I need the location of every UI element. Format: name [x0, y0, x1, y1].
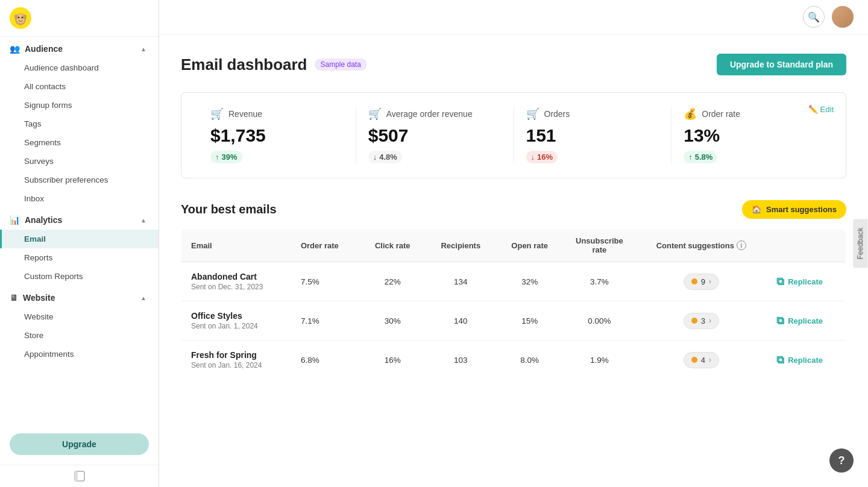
- click-rate-cell-0: 22%: [360, 262, 426, 301]
- orders-change: ↓ 16%: [526, 151, 558, 163]
- sidebar-item-reports[interactable]: Reports: [0, 248, 159, 267]
- sidebar-item-audience-dashboard[interactable]: Audience dashboard: [0, 58, 159, 77]
- replicate-icon-2: ⧉: [776, 354, 784, 366]
- sidebar-section-analytics[interactable]: 📊 Analytics ▲: [0, 208, 159, 230]
- click-rate-cell-2: 16%: [360, 341, 426, 380]
- orders-icon: 🛒: [526, 107, 539, 121]
- open-rate-cell-0: 32%: [496, 262, 563, 301]
- suggestions-cell-0: 9 ›: [635, 262, 767, 301]
- sidebar-item-website[interactable]: Website: [0, 307, 159, 326]
- sidebar-collapse[interactable]: [0, 465, 159, 487]
- email-date-fresh-spring: Sent on Jan. 16, 2024: [191, 361, 281, 369]
- sample-data-badge: Sample data: [315, 58, 367, 71]
- sidebar-item-tags[interactable]: Tags: [0, 115, 159, 133]
- audience-section-icon: 👥: [10, 44, 20, 54]
- content-suggestions-info-icon[interactable]: i: [737, 240, 746, 250]
- orders-label: Orders: [544, 109, 570, 119]
- sidebar-item-all-contacts[interactable]: All contacts: [0, 77, 159, 96]
- analytics-chevron-icon: ▲: [140, 217, 146, 224]
- avg-order-change-value: 4.8%: [379, 152, 397, 162]
- replicate-label-0: Replicate: [788, 277, 823, 286]
- edit-label: Edit: [820, 105, 834, 114]
- website-section-label: Website: [23, 293, 55, 303]
- feedback-tab[interactable]: Feedback: [854, 219, 868, 268]
- suggestion-count-2: 4: [701, 356, 705, 365]
- suggestions-cell-1: 3 ›: [635, 301, 767, 341]
- email-table: Email Order rate Click rate Recipients O…: [181, 228, 846, 380]
- avg-order-change-arrow: ↓: [373, 152, 377, 162]
- order-rate-icon: 💰: [684, 107, 697, 121]
- recipients-cell-2: 103: [426, 341, 496, 380]
- audience-items: Audience dashboard All contacts Signup f…: [0, 58, 159, 208]
- suggestion-arrow-0: ›: [709, 277, 711, 286]
- replicate-icon-0: ⧉: [776, 275, 784, 288]
- table-header-row: Email Order rate Click rate Recipients O…: [181, 229, 846, 262]
- suggestion-pill-0[interactable]: 9 ›: [684, 274, 719, 290]
- col-recipients: Recipients: [426, 229, 496, 262]
- sidebar-bottom: Upgrade: [0, 424, 159, 465]
- order-rate-change: ↑ 5.8%: [684, 151, 717, 163]
- suggestion-pill-2[interactable]: 4 ›: [684, 352, 719, 368]
- topbar: 🔍: [159, 0, 868, 34]
- orders-change-value: 16%: [537, 152, 553, 162]
- table-row: Abandoned Cart Sent on Dec. 31, 2023 7.5…: [181, 262, 846, 301]
- suggestion-dot-2: [691, 357, 697, 363]
- sidebar-section-audience[interactable]: 👥 Audience ▲: [0, 37, 159, 58]
- order-rate-cell-1: 7.1%: [291, 301, 360, 341]
- sidebar-item-inbox[interactable]: Inbox: [0, 189, 159, 208]
- order-rate-cell-2: 6.8%: [291, 341, 360, 380]
- suggestion-count-1: 3: [701, 316, 705, 325]
- recipients-cell-0: 134: [426, 262, 496, 301]
- replicate-button-1[interactable]: ⧉ Replicate: [776, 315, 823, 327]
- audience-chevron-icon: ▲: [140, 46, 146, 52]
- order-rate-cell-0: 7.5%: [291, 262, 360, 301]
- suggestion-dot-0: [691, 278, 697, 284]
- revenue-change-arrow: ↑: [215, 152, 219, 162]
- help-button[interactable]: ?: [829, 448, 854, 473]
- sidebar-item-signup-forms[interactable]: Signup forms: [0, 96, 159, 115]
- page-header: Email dashboard Sample data Upgrade to S…: [181, 54, 846, 75]
- open-rate-cell-1: 15%: [496, 301, 563, 341]
- order-rate-label: Order rate: [702, 109, 740, 119]
- edit-link[interactable]: ✏️ Edit: [808, 105, 834, 114]
- replicate-icon-1: ⧉: [776, 315, 784, 327]
- suggestions-cell-2: 4 ›: [635, 341, 767, 380]
- sidebar-item-email[interactable]: Email: [0, 230, 159, 248]
- sidebar-item-store[interactable]: Store: [0, 326, 159, 345]
- revenue-icon: 🛒: [210, 107, 224, 121]
- upgrade-button[interactable]: Upgrade: [10, 433, 149, 455]
- search-icon: 🔍: [808, 11, 820, 23]
- analytics-section-icon: 📊: [10, 215, 20, 225]
- svg-point-6: [23, 14, 27, 19]
- sidebar-item-appointments[interactable]: Appointments: [0, 345, 159, 363]
- table-row: Fresh for Spring Sent on Jan. 16, 2024 6…: [181, 341, 846, 380]
- mailchimp-logo[interactable]: [10, 7, 31, 29]
- sidebar-item-segments[interactable]: Segments: [0, 133, 159, 152]
- open-rate-cell-2: 8.0%: [496, 341, 563, 380]
- smart-suggestions-button[interactable]: 🏠 Smart suggestions: [742, 200, 846, 219]
- analytics-items: Email Reports Custom Reports: [0, 230, 159, 286]
- email-name-cell: Abandoned Cart Sent on Dec. 31, 2023: [181, 262, 291, 301]
- suggestion-pill-1[interactable]: 3 ›: [684, 313, 719, 329]
- col-actions: [767, 229, 846, 262]
- replicate-button-0[interactable]: ⧉ Replicate: [776, 275, 823, 288]
- search-button[interactable]: 🔍: [803, 6, 825, 28]
- sidebar-item-subscriber-preferences[interactable]: Subscriber preferences: [0, 171, 159, 189]
- email-date-office-styles: Sent on Jan. 1, 2024: [191, 322, 281, 330]
- avatar-image: [832, 6, 854, 28]
- sidebar-item-surveys[interactable]: Surveys: [0, 152, 159, 171]
- order-rate-change-value: 5.8%: [695, 152, 713, 162]
- svg-rect-8: [75, 471, 78, 481]
- sidebar-section-website[interactable]: 🖥 Website ▲: [0, 286, 159, 307]
- avatar[interactable]: [832, 6, 854, 28]
- email-name-cell: Fresh for Spring Sent on Jan. 16, 2024: [181, 341, 291, 380]
- upgrade-standard-button[interactable]: Upgrade to Standard plan: [717, 54, 846, 75]
- replicate-label-2: Replicate: [788, 356, 823, 365]
- avg-order-change: ↓ 4.8%: [368, 151, 402, 163]
- replicate-button-2[interactable]: ⧉ Replicate: [776, 354, 823, 366]
- avg-order-value: $507: [368, 125, 502, 146]
- sidebar-item-custom-reports[interactable]: Custom Reports: [0, 267, 159, 286]
- replicate-cell-0: ⧉ Replicate: [767, 262, 846, 301]
- audience-section-label: Audience: [25, 44, 63, 54]
- website-section-icon: 🖥: [10, 293, 18, 303]
